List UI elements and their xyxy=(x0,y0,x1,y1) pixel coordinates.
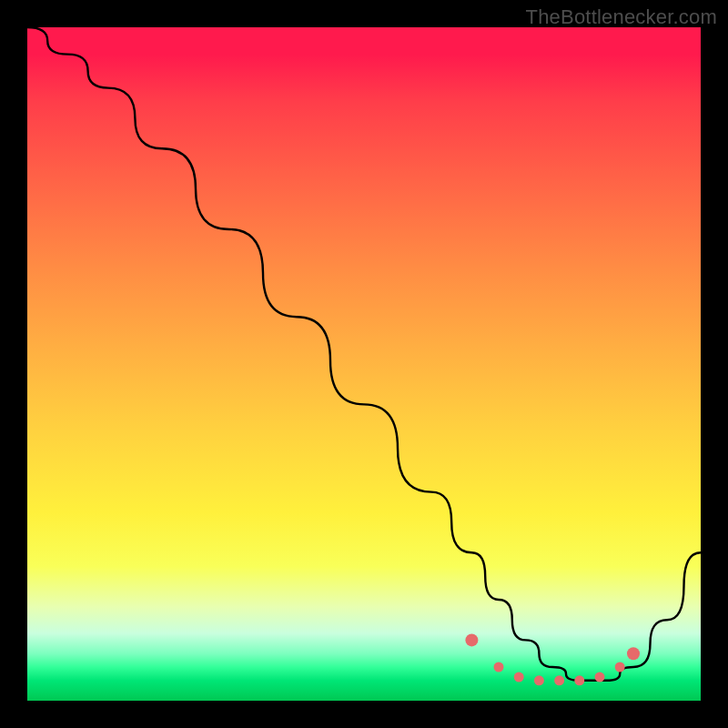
marker-dot xyxy=(514,672,524,682)
chart-area xyxy=(27,27,701,701)
marker-dot xyxy=(574,675,584,685)
marker-dot xyxy=(627,647,640,660)
marker-dot xyxy=(465,633,478,646)
watermark-text: TheBottlenecker.com xyxy=(526,5,717,29)
highlighted-points xyxy=(465,633,640,685)
chart-svg xyxy=(27,27,701,701)
marker-dot xyxy=(595,672,605,682)
bottleneck-curve xyxy=(27,27,701,681)
marker-dot xyxy=(534,675,544,685)
marker-dot xyxy=(615,662,625,672)
marker-dot xyxy=(494,662,504,672)
marker-dot xyxy=(554,675,564,685)
